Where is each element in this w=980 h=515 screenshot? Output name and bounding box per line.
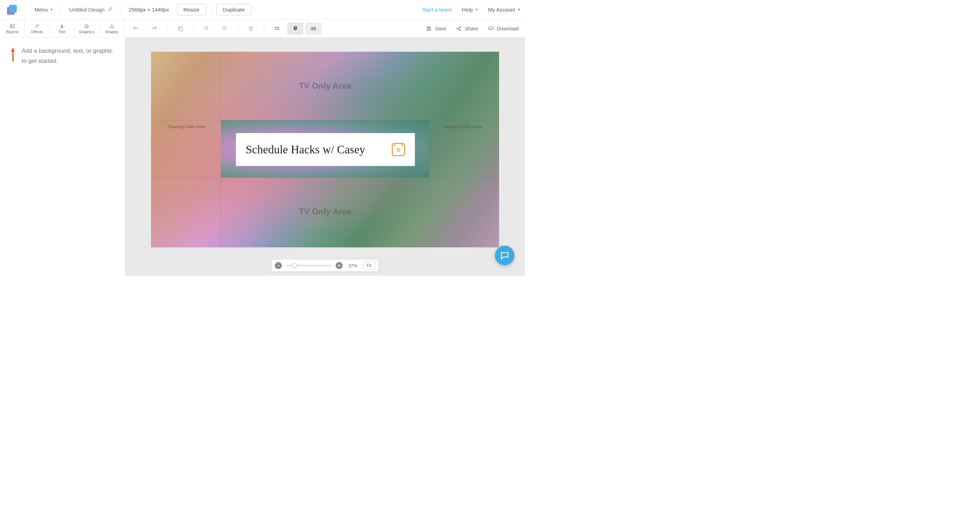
svg-rect-10	[277, 29, 278, 30]
tab-graphics[interactable]: Graphics	[75, 19, 99, 37]
canvas-area[interactable]: TV Only Area TV Only Area Desktop Safe A…	[125, 38, 525, 276]
main: Add a background, text, or graphic to ge…	[0, 38, 525, 276]
resize-button[interactable]: Resize	[177, 4, 206, 15]
chevron-down-icon: ▼	[475, 8, 479, 11]
getting-started-hint: Add a background, text, or graphic to ge…	[7, 46, 118, 67]
snap-button[interactable]	[287, 22, 303, 35]
chat-icon	[500, 251, 509, 260]
tv-zone-label-bottom: TV Only Area	[299, 207, 351, 217]
save-icon	[426, 26, 432, 32]
undo-button[interactable]	[128, 22, 144, 35]
undo-icon	[133, 25, 139, 32]
canvas-dimensions: 2560px × 1440px	[126, 6, 172, 13]
guide-line	[429, 52, 430, 247]
divider	[264, 24, 264, 33]
svg-point-17	[399, 148, 400, 149]
image-icon	[9, 24, 15, 29]
magnet-icon	[292, 25, 299, 32]
fit-button[interactable]: Fit	[363, 261, 375, 270]
svg-point-2	[85, 24, 89, 28]
tv-zone-label-top: TV Only Area	[299, 81, 351, 91]
chevron-down-icon: ▼	[50, 8, 54, 11]
download-button[interactable]: Download	[488, 26, 519, 32]
arrow-up-icon	[11, 48, 15, 63]
guide-line	[151, 178, 499, 178]
help-dropdown[interactable]: Help ▼	[462, 6, 479, 13]
divider	[193, 24, 194, 33]
help-label: Help	[462, 6, 473, 13]
design-title: Untitled Design	[69, 6, 105, 13]
menu-dropdown[interactable]: Menu ▼	[32, 5, 56, 15]
layer-up-button[interactable]	[217, 22, 233, 35]
tab-label: Text	[58, 30, 65, 34]
title-card[interactable]: Schedule Hacks w/ Casey	[236, 133, 415, 166]
tool-tabs: Bkgrnd Effects Text Graphics Shapes	[0, 19, 124, 37]
divider	[167, 24, 167, 33]
svg-rect-11	[278, 29, 279, 30]
save-label: Save	[435, 26, 446, 32]
delete-button[interactable]	[243, 22, 259, 35]
top-header: Menu ▼ Untitled Design 2560px × 1440px R…	[0, 0, 525, 19]
layer-down-button[interactable]	[199, 22, 215, 35]
title-text: Schedule Hacks w/ Casey	[246, 143, 365, 156]
zoom-bar: − + 37% Fit	[271, 260, 379, 272]
app-logo-icon[interactable]	[7, 5, 17, 15]
layers-up-icon	[221, 25, 228, 32]
text-icon	[59, 24, 65, 29]
divider	[27, 5, 27, 15]
download-label: Download	[497, 26, 519, 32]
account-dropdown[interactable]: My Account ▼	[488, 6, 521, 13]
grid-button[interactable]	[269, 22, 285, 35]
desktop-safe-label-right: Desktop Safe Area	[445, 124, 482, 129]
redo-icon	[151, 25, 157, 32]
slider-thumb[interactable]	[292, 263, 297, 268]
zoom-out-button[interactable]: −	[275, 262, 282, 269]
svg-point-4	[87, 25, 88, 26]
svg-point-1	[11, 25, 12, 26]
hint-text: Add a background, text, or graphic to ge…	[22, 46, 118, 67]
copy-button[interactable]	[172, 22, 188, 35]
copy-icon	[177, 25, 183, 32]
trash-icon	[248, 25, 254, 32]
svg-rect-6	[275, 27, 276, 28]
triangle-icon	[109, 24, 115, 29]
svg-rect-9	[275, 29, 276, 30]
svg-point-16	[397, 148, 398, 149]
tab-text[interactable]: Text	[49, 19, 75, 37]
tab-background[interactable]: Bkgrnd	[0, 19, 25, 37]
divider	[211, 5, 212, 15]
desktop-safe-label-left: Desktop Safe Area	[169, 124, 205, 129]
youtube-guides-button[interactable]	[305, 22, 321, 35]
artboard[interactable]: TV Only Area TV Only Area Desktop Safe A…	[151, 52, 499, 247]
zoom-slider[interactable]	[286, 265, 331, 266]
tab-shapes[interactable]: Shapes	[99, 19, 124, 37]
share-button[interactable]: Share	[456, 26, 478, 32]
share-label: Share	[465, 26, 478, 32]
share-icon	[456, 26, 462, 32]
chevron-down-icon: ▼	[517, 8, 521, 11]
browser-smiley-icon	[392, 143, 405, 156]
divider	[61, 5, 61, 15]
pencil-icon	[108, 6, 113, 13]
tool-actions	[124, 19, 325, 37]
tab-effects[interactable]: Effects	[25, 19, 49, 37]
help-chat-button[interactable]	[495, 246, 514, 265]
tab-label: Graphics	[79, 30, 94, 34]
youtube-icon	[310, 25, 317, 32]
divider	[121, 5, 121, 15]
design-title-group[interactable]: Untitled Design	[66, 6, 116, 13]
svg-point-3	[86, 25, 86, 26]
right-actions: Save Share Download	[325, 19, 525, 37]
svg-rect-5	[179, 28, 183, 31]
zoom-in-button[interactable]: +	[336, 262, 342, 269]
start-team-link[interactable]: Start a team!	[422, 6, 452, 13]
layers-down-icon	[204, 25, 210, 32]
save-button[interactable]: Save	[426, 26, 446, 32]
duplicate-button[interactable]: Duplicate	[216, 4, 251, 15]
toolbar: Bkgrnd Effects Text Graphics Shapes	[0, 19, 525, 38]
redo-button[interactable]	[146, 22, 162, 35]
account-label: My Account	[488, 6, 515, 13]
divider	[238, 24, 238, 33]
zoom-percent: 37%	[348, 263, 357, 268]
menu-label: Menu	[35, 6, 48, 13]
